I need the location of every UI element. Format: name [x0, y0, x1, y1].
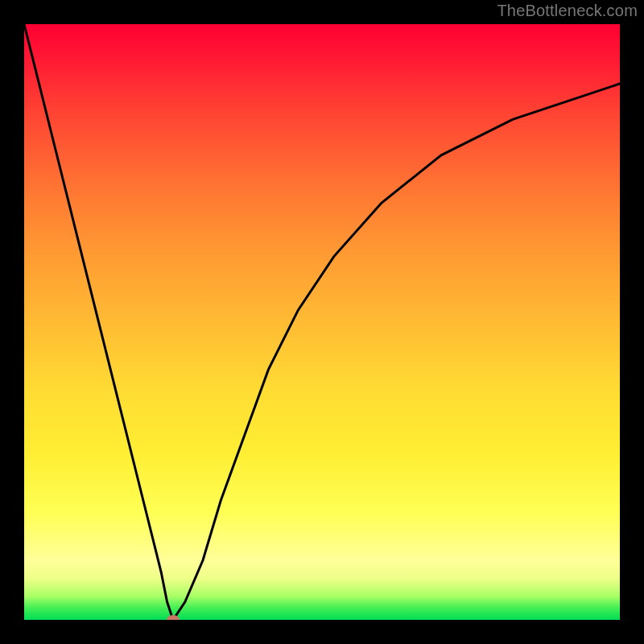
optimal-point-marker: [167, 615, 180, 620]
attribution-text: TheBottleneck.com: [497, 2, 638, 20]
plot-area: [24, 24, 620, 620]
bottleneck-curve: [24, 24, 620, 620]
chart-frame: TheBottleneck.com: [0, 0, 644, 644]
